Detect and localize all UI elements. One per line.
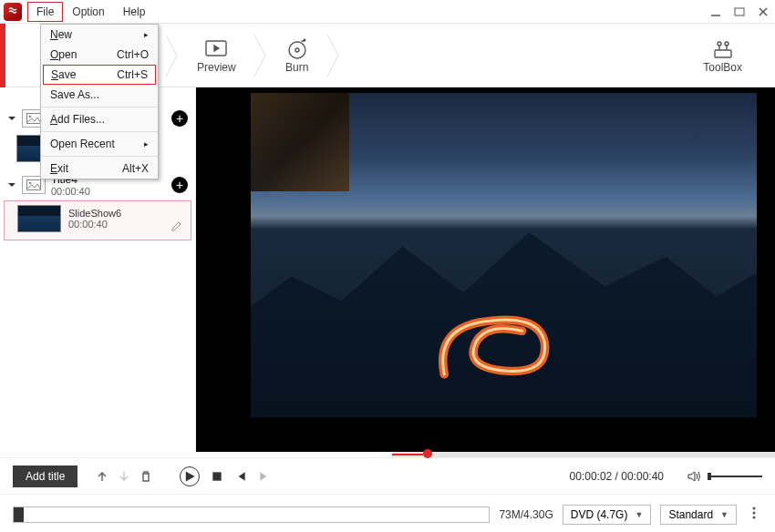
step-preview-label: Preview xyxy=(197,61,236,74)
next-button[interactable] xyxy=(258,470,271,483)
svg-point-12 xyxy=(725,42,728,46)
disc-size-label: 73M/4.30G xyxy=(499,508,553,521)
move-down-icon[interactable] xyxy=(118,470,130,483)
menu-separator xyxy=(41,131,158,132)
svg-point-18 xyxy=(753,507,756,510)
svg-point-11 xyxy=(718,42,721,46)
svg-point-16 xyxy=(29,182,31,184)
svg-point-20 xyxy=(753,517,756,519)
preview-pane xyxy=(196,87,775,452)
chevron-down-icon xyxy=(7,180,16,189)
quality-combo[interactable]: Standard▼ xyxy=(660,505,737,525)
stop-button[interactable] xyxy=(211,470,223,483)
svg-rect-17 xyxy=(213,472,222,480)
clip-time: 00:00:40 xyxy=(68,219,163,230)
clip-row-selected[interactable]: SlideShow6 00:00:40 xyxy=(4,200,191,240)
menu-add-files[interactable]: Add Files... xyxy=(41,109,158,129)
window-controls xyxy=(709,5,775,18)
add-button[interactable]: + xyxy=(171,177,188,193)
step-toolbox[interactable]: ToolBox xyxy=(687,37,759,74)
timeline-scrubber[interactable] xyxy=(392,452,775,457)
chevron-down-icon xyxy=(7,114,16,123)
svg-point-19 xyxy=(753,512,756,515)
volume-icon[interactable] xyxy=(687,470,702,483)
menu-separator xyxy=(41,107,158,107)
edit-icon[interactable] xyxy=(170,220,183,232)
app-icon xyxy=(4,3,22,21)
bottom-bar: 73M/4.30G DVD (4.7G)▼ Standard▼ xyxy=(0,494,775,532)
play-button[interactable] xyxy=(180,466,200,486)
menubar: File Option Help xyxy=(0,0,775,24)
trash-icon[interactable] xyxy=(140,470,152,483)
svg-point-7 xyxy=(304,39,305,41)
active-step-indicator xyxy=(0,24,5,87)
step-preview[interactable]: Preview xyxy=(181,37,253,74)
svg-rect-13 xyxy=(27,114,41,124)
step-burn-label: Burn xyxy=(285,61,308,74)
menu-exit[interactable]: ExitAlt+X xyxy=(41,159,158,179)
menu-save[interactable]: SaveCtrl+S xyxy=(43,65,156,85)
svg-point-5 xyxy=(289,42,305,58)
menu-help[interactable]: Help xyxy=(114,2,155,22)
svg-rect-15 xyxy=(27,180,41,190)
svg-point-6 xyxy=(295,48,299,52)
menu-open-recent[interactable]: Open Recent▸ xyxy=(41,134,158,154)
step-burn[interactable]: Burn xyxy=(269,37,326,74)
prev-button[interactable] xyxy=(234,470,247,483)
svg-point-14 xyxy=(29,116,31,118)
disc-type-combo[interactable]: DVD (4.7G)▼ xyxy=(563,505,652,525)
menu-option[interactable]: Option xyxy=(63,2,113,22)
add-title-button[interactable]: Add title xyxy=(13,466,78,487)
controls-bar: Add title 00:00:02 / 00:00:40 xyxy=(0,457,775,494)
volume-slider[interactable] xyxy=(708,476,762,477)
minimize-button[interactable] xyxy=(709,5,722,18)
clip-thumbnail xyxy=(17,205,61,232)
chevron-icon xyxy=(253,33,269,78)
close-button[interactable] xyxy=(757,5,770,18)
time-display: 00:00:02 / 00:00:40 xyxy=(570,470,664,483)
chevron-icon xyxy=(326,33,342,78)
menu-open[interactable]: OpenCtrl+O xyxy=(41,45,158,65)
disc-usage-bar xyxy=(13,506,490,523)
svg-rect-8 xyxy=(715,50,731,57)
menu-separator xyxy=(41,156,158,157)
menu-file[interactable]: File xyxy=(27,2,63,22)
step-toolbox-label: ToolBox xyxy=(703,61,742,74)
svg-rect-1 xyxy=(735,8,744,15)
chevron-icon xyxy=(164,33,181,78)
add-button[interactable]: + xyxy=(171,110,188,127)
options-button[interactable] xyxy=(746,503,762,526)
file-menu-dropdown: New▸ OpenCtrl+O SaveCtrl+S Save As... Ad… xyxy=(40,24,159,179)
move-up-icon[interactable] xyxy=(96,470,108,483)
clip-name: SlideShow6 xyxy=(68,208,163,219)
menu-new[interactable]: New▸ xyxy=(41,25,158,45)
maximize-button[interactable] xyxy=(733,5,746,18)
menu-save-as[interactable]: Save As... xyxy=(41,85,158,105)
overlay-thumbnail xyxy=(251,93,349,191)
